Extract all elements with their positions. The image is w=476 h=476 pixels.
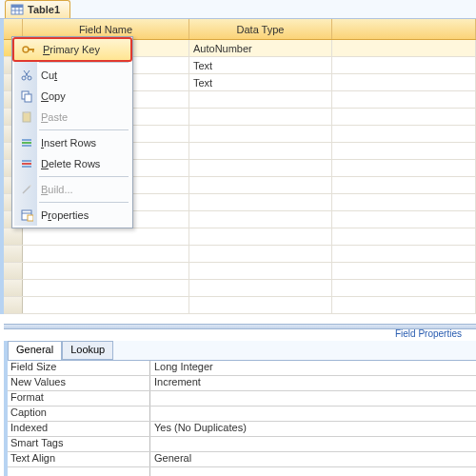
prop-row[interactable] — [8, 467, 476, 476]
row-selector[interactable] — [4, 297, 23, 313]
prop-value[interactable]: General — [150, 452, 191, 466]
svg-rect-18 — [22, 142, 31, 144]
menu-paste: Paste — [14, 107, 130, 128]
prop-value[interactable]: Long Integer — [150, 361, 213, 375]
prop-value[interactable] — [150, 391, 154, 406]
col-header-description[interactable] — [332, 19, 476, 39]
table-icon — [10, 3, 24, 16]
svg-rect-17 — [22, 145, 31, 147]
svg-rect-26 — [28, 215, 33, 221]
menu-properties[interactable]: Properties — [14, 205, 130, 226]
menu-separator — [39, 62, 129, 63]
prop-row[interactable]: New ValuesIncrement — [8, 376, 476, 391]
prop-row[interactable]: IndexedYes (No Duplicates) — [8, 422, 476, 437]
tab-general[interactable]: General — [8, 341, 62, 360]
grid-row[interactable] — [4, 246, 476, 263]
prop-row[interactable]: Text AlignGeneral — [8, 452, 476, 467]
menu-label: Delete Rows — [41, 158, 100, 169]
menu-label: Build... — [41, 184, 73, 195]
menu-label: Insert Rows — [41, 137, 96, 149]
table-tab[interactable]: Table1 — [5, 0, 70, 18]
grid-row[interactable] — [4, 280, 476, 297]
scissors-icon — [18, 67, 35, 84]
prop-row[interactable]: Format — [8, 391, 476, 407]
cell-description[interactable] — [332, 40, 476, 56]
menu-delete-rows[interactable]: Delete Rows — [14, 153, 130, 174]
svg-line-22 — [23, 186, 30, 193]
svg-rect-15 — [25, 111, 29, 113]
menu-cut[interactable]: Cut — [14, 65, 130, 86]
prop-value[interactable] — [150, 407, 154, 421]
row-selector[interactable] — [4, 280, 23, 296]
menu-build: Build... — [14, 179, 130, 200]
prop-name: New Values — [8, 376, 150, 390]
row-selector[interactable] — [4, 246, 23, 262]
col-header-datatype[interactable]: Data Type — [189, 19, 332, 39]
menu-label: Paste — [41, 111, 68, 123]
grid-row[interactable] — [4, 228, 476, 246]
prop-name: Text Align — [8, 452, 150, 466]
svg-rect-20 — [22, 166, 31, 168]
svg-rect-14 — [23, 112, 30, 122]
insert-rows-icon — [18, 134, 35, 151]
menu-primary-key[interactable]: Primary Key — [12, 37, 132, 62]
menu-label: Copy — [41, 90, 66, 102]
prop-name: Field Size — [8, 361, 150, 375]
tab-label: Table1 — [28, 4, 60, 15]
prop-value[interactable]: Yes (No Duplicates) — [150, 422, 247, 436]
menu-label: Properties — [41, 209, 89, 221]
grid-row[interactable] — [4, 297, 476, 314]
prop-name: Format — [8, 391, 150, 406]
props-tabs: General Lookup — [8, 341, 476, 360]
svg-point-23 — [30, 185, 31, 187]
prop-value[interactable] — [150, 437, 154, 451]
row-selector[interactable] — [4, 228, 23, 245]
properties-icon — [18, 207, 35, 224]
tab-lookup[interactable]: Lookup — [62, 341, 113, 360]
prop-name: Indexed — [8, 422, 150, 436]
svg-rect-21 — [22, 163, 31, 165]
svg-rect-16 — [22, 139, 31, 141]
field-properties-label: Field Properties — [395, 328, 462, 339]
prop-row[interactable]: Caption — [8, 407, 476, 422]
prop-row[interactable]: Field SizeLong Integer — [8, 361, 476, 376]
field-properties-panel: General Lookup Field SizeLong Integer Ne… — [4, 341, 476, 476]
svg-rect-7 — [32, 49, 34, 52]
menu-copy[interactable]: Copy — [14, 86, 130, 107]
tab-bar: Table1 — [0, 0, 476, 19]
prop-name: Caption — [8, 407, 150, 421]
row-selector[interactable] — [4, 263, 23, 279]
cell-description[interactable] — [332, 57, 476, 73]
wand-icon — [18, 181, 35, 198]
context-menu: Primary Key Cut Copy Paste Insert Rows D… — [11, 36, 133, 228]
menu-insert-rows[interactable]: Insert Rows — [14, 132, 130, 153]
delete-rows-icon — [18, 155, 35, 172]
menu-label: Primary Key — [43, 44, 100, 55]
svg-rect-13 — [25, 94, 31, 102]
prop-value[interactable]: Increment — [150, 376, 201, 390]
cell-datatype[interactable]: Text — [189, 74, 332, 90]
grid-row[interactable] — [4, 263, 476, 280]
props-grid: Field SizeLong Integer New ValuesIncreme… — [8, 360, 476, 476]
cell-datatype[interactable]: AutoNumber — [189, 40, 332, 56]
svg-rect-19 — [22, 160, 31, 162]
svg-rect-1 — [11, 5, 23, 8]
key-icon — [20, 41, 37, 58]
menu-label: Cut — [41, 69, 57, 81]
copy-icon — [18, 88, 35, 105]
prop-name: Smart Tags — [8, 437, 150, 451]
cell-description[interactable] — [332, 74, 476, 90]
menu-separator — [39, 176, 129, 177]
prop-row[interactable]: Smart Tags — [8, 437, 476, 452]
cell-datatype[interactable]: Text — [189, 57, 332, 73]
menu-separator — [39, 202, 129, 203]
menu-separator — [39, 129, 129, 130]
paste-icon — [18, 109, 35, 126]
